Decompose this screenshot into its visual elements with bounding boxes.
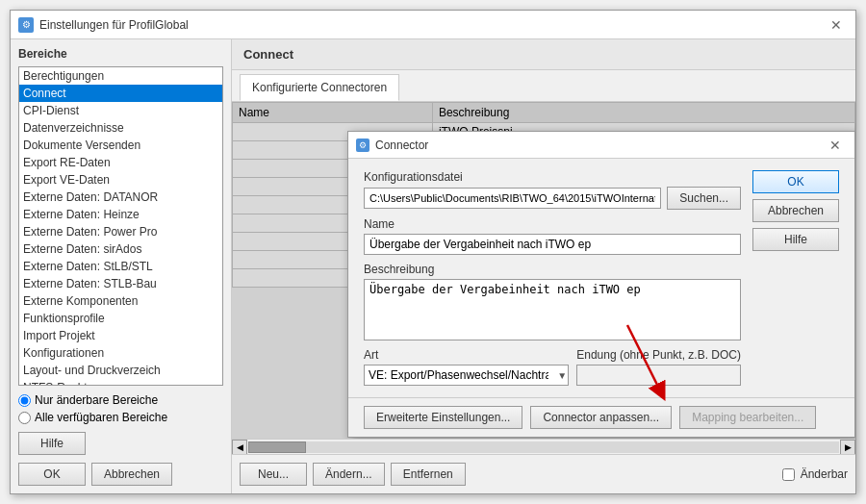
- aendern-button[interactable]: Ändern...: [313, 463, 385, 486]
- sidebar-hilfe-button[interactable]: Hilfe: [18, 432, 86, 455]
- modal-title-bar: ⚙ Connector ✕: [348, 132, 854, 159]
- erweiterte-einstellungen-button[interactable]: Erweiterte Einstellungen...: [364, 406, 522, 429]
- modal-ok-button[interactable]: OK: [752, 170, 839, 193]
- right-panel-footer: Neu... Ändern... Entfernen Änderbar: [232, 454, 855, 493]
- horizontal-scrollbar[interactable]: ◀ ▶: [232, 439, 855, 454]
- art-label: Art: [364, 348, 569, 362]
- settings-icon: ⚙: [18, 17, 34, 33]
- modal-abbrechen-button[interactable]: Abbrechen: [752, 199, 839, 222]
- title-bar: ⚙ Einstellungen für ProfilGlobal ✕: [11, 11, 855, 39]
- file-row: Suchen...: [364, 187, 741, 210]
- right-panel-tabs: Konfigurierte Connectoren: [232, 70, 855, 102]
- tab-konfigurierte-connectoren[interactable]: Konfigurierte Connectoren: [240, 74, 399, 101]
- main-content: Bereiche Berechtigungen Connect CPI-Dien…: [11, 39, 855, 493]
- window-title: Einstellungen für ProfilGlobal: [39, 18, 189, 32]
- modal-form: Konfigurationsdatei Suchen... Name: [364, 170, 741, 386]
- modal-hilfe-button[interactable]: Hilfe: [752, 228, 839, 251]
- footer-action-buttons: Neu... Ändern... Entfernen: [240, 463, 466, 486]
- scroll-track[interactable]: [248, 441, 839, 453]
- sidebar-item-sirados[interactable]: Externe Daten: sirAdos: [19, 240, 222, 258]
- modal-buttons: OK Abbrechen Hilfe: [752, 170, 839, 386]
- radio-nur-aenderbar[interactable]: Nur änderbare Bereiche: [18, 393, 223, 407]
- sidebar-item-dokumente[interactable]: Dokumente Versenden: [19, 137, 222, 154]
- sidebar-item-datenverzeichnisse[interactable]: Datenverzeichnisse: [19, 119, 222, 137]
- sidebar-item-stlbbau[interactable]: Externe Daten: STLB-Bau: [19, 275, 222, 292]
- scroll-left-button[interactable]: ◀: [232, 440, 247, 455]
- aenderbar-label: Änderbar: [801, 467, 848, 481]
- footer-right: Änderbar: [782, 467, 848, 481]
- name-input[interactable]: [364, 234, 741, 255]
- sidebar-item-funktionsprofile[interactable]: Funktionsprofile: [19, 310, 222, 327]
- radio-alle-label: Alle verfügbaren Bereiche: [35, 411, 167, 424]
- form-group-endung: Endung (ohne Punkt, z.B. DOC): [576, 348, 741, 386]
- connector-dialog: ⚙ Connector ✕ Konfigurationsdatei: [347, 131, 855, 438]
- endung-input[interactable]: [576, 365, 741, 386]
- suchen-button[interactable]: Suchen...: [667, 187, 741, 210]
- konfigurationsdatei-label: Konfigurationsdatei: [364, 170, 741, 184]
- radio-alle-input[interactable]: [18, 412, 31, 424]
- tab-bar: Konfigurierte Connectoren: [240, 70, 848, 101]
- right-panel-content: Name Beschreibung iTWO Preisspi Bereitet…: [232, 102, 855, 439]
- form-group-beschreibung: Beschreibung Übergabe der Vergabeinheit …: [364, 263, 741, 340]
- form-row-art-endung: Art VE: Export/Phasenwechsel/Nachtragsex…: [364, 348, 741, 386]
- art-select-wrapper: VE: Export/Phasenwechsel/Nachtragsexport…: [364, 365, 569, 386]
- modal-footer: Erweiterte Einstellungen... Connector an…: [348, 397, 854, 437]
- sidebar-ok-buttons: OK Abbrechen: [18, 463, 223, 486]
- right-panel: Connect Konfigurierte Connectoren Name B…: [232, 39, 855, 493]
- sidebar-footer-buttons: Hilfe: [18, 432, 223, 455]
- sidebar-title: Bereiche: [18, 47, 223, 61]
- scroll-right-button[interactable]: ▶: [840, 440, 855, 455]
- sidebar-list[interactable]: Berechtigungen Connect CPI-Dienst Datenv…: [18, 66, 223, 386]
- form-group-art: Art VE: Export/Phasenwechsel/Nachtragsex…: [364, 348, 569, 386]
- sidebar-item-cpidienst[interactable]: CPI-Dienst: [19, 102, 222, 119]
- sidebar-abbrechen-button[interactable]: Abbrechen: [91, 463, 172, 486]
- sidebar: Bereiche Berechtigungen Connect CPI-Dien…: [11, 39, 232, 493]
- title-bar-left: ⚙ Einstellungen für ProfilGlobal: [18, 17, 189, 33]
- sidebar-item-heinze[interactable]: Externe Daten: Heinze: [19, 206, 222, 223]
- modal-overlay: ⚙ Connector ✕ Konfigurationsdatei: [232, 102, 855, 439]
- main-close-button[interactable]: ✕: [825, 15, 848, 35]
- sidebar-item-externekomp[interactable]: Externe Komponenten: [19, 292, 222, 310]
- right-panel-header: Connect: [232, 39, 855, 70]
- sidebar-item-berechtigungen[interactable]: Berechtigungen: [19, 67, 222, 85]
- endung-label: Endung (ohne Punkt, z.B. DOC): [576, 348, 741, 362]
- neu-button[interactable]: Neu...: [240, 463, 307, 486]
- modal-title-text: Connector: [375, 139, 428, 152]
- mapping-bearbeiten-button[interactable]: Mapping bearbeiten...: [679, 406, 816, 429]
- connector-anpassen-button[interactable]: Connector anpassen...: [530, 406, 672, 429]
- sidebar-ok-button[interactable]: OK: [18, 463, 86, 486]
- sidebar-item-layout[interactable]: Layout- und Druckverzeich: [19, 362, 222, 379]
- sidebar-item-exportve[interactable]: Export VE-Daten: [19, 171, 222, 189]
- modal-body: Konfigurationsdatei Suchen... Name: [348, 159, 854, 397]
- radio-nur-aenderbar-label: Nur änderbare Bereiche: [35, 393, 158, 407]
- art-select[interactable]: VE: Export/Phasenwechsel/Nachtragsexport: [364, 365, 569, 386]
- entfernen-button[interactable]: Entfernen: [391, 463, 466, 486]
- sidebar-item-connect[interactable]: Connect: [19, 85, 222, 102]
- main-window: ⚙ Einstellungen für ProfilGlobal ✕ Berei…: [10, 10, 856, 494]
- beschreibung-textarea[interactable]: Übergabe der Vergabeinheit nach iTWO ep: [364, 279, 741, 340]
- form-group-name: Name: [364, 217, 741, 255]
- sidebar-item-ntfs[interactable]: NTFS-Rechte: [19, 379, 222, 386]
- radio-nur-aenderbar-input[interactable]: [18, 394, 31, 407]
- sidebar-item-powerpro[interactable]: Externe Daten: Power Pro: [19, 223, 222, 240]
- name-label: Name: [364, 217, 741, 231]
- sidebar-item-stlb[interactable]: Externe Daten: StLB/STL: [19, 258, 222, 275]
- sidebar-item-exportre[interactable]: Export RE-Daten: [19, 154, 222, 171]
- form-group-konfigurationsdatei: Konfigurationsdatei Suchen...: [364, 170, 741, 210]
- radio-alle[interactable]: Alle verfügbaren Bereiche: [18, 411, 223, 424]
- sidebar-item-datanor[interactable]: Externe Daten: DATANOR: [19, 189, 222, 206]
- beschreibung-label: Beschreibung: [364, 263, 741, 276]
- sidebar-item-importprojekt[interactable]: Import Projekt: [19, 327, 222, 344]
- sidebar-item-konfigurationen[interactable]: Konfigurationen: [19, 344, 222, 362]
- konfigurationsdatei-input[interactable]: [364, 188, 661, 209]
- modal-connector-icon: ⚙: [356, 139, 369, 152]
- aenderbar-checkbox[interactable]: [782, 468, 795, 481]
- modal-title-left: ⚙ Connector: [356, 139, 428, 152]
- sidebar-radio-group: Nur änderbare Bereiche Alle verfügbaren …: [18, 393, 223, 424]
- scroll-thumb[interactable]: [248, 441, 306, 453]
- modal-close-button[interactable]: ✕: [824, 137, 847, 154]
